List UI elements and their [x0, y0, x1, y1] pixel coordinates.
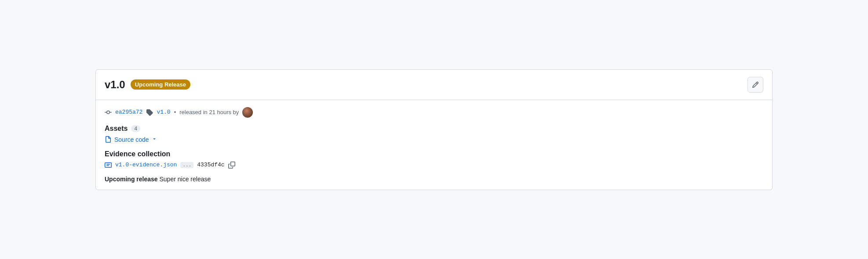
commit-row: ea295a72 v1.0 • released in 21 hours by: [105, 107, 763, 118]
evidence-filename-link[interactable]: v1.0-evidence.json: [115, 162, 177, 168]
evidence-section: Evidence collection v1.0-evidence.json .…: [105, 150, 763, 169]
released-text: released in 21 hours by: [179, 109, 239, 115]
upcoming-badge: Upcoming Release: [131, 79, 190, 90]
release-notes: Upcoming release Super nice release: [105, 176, 763, 183]
assets-label: Assets: [105, 125, 128, 133]
release-body: ea295a72 v1.0 • released in 21 hours by …: [96, 100, 772, 190]
release-header: v1.0 Upcoming Release: [96, 70, 772, 100]
source-code-file-icon: [105, 136, 112, 143]
chevron-down-icon: [152, 136, 157, 143]
avatar-image: [242, 107, 253, 118]
release-header-left: v1.0 Upcoming Release: [105, 79, 190, 91]
release-card: v1.0 Upcoming Release ea295a72: [95, 69, 773, 190]
avatar: [242, 107, 253, 118]
tag-icon: [146, 109, 153, 116]
assets-count-badge: 4: [131, 125, 140, 132]
pencil-icon: [752, 81, 759, 88]
evidence-row: v1.0-evidence.json ... 4335df4c: [105, 162, 763, 169]
evidence-hash: 4335df4c: [197, 162, 224, 168]
copy-icon[interactable]: [228, 162, 235, 169]
ellipsis-badge: ...: [180, 162, 193, 168]
edit-button[interactable]: [748, 77, 763, 93]
assets-title-row: Assets 4: [105, 125, 763, 133]
assets-section: Assets 4 Source code: [105, 125, 763, 143]
source-code-row: Source code: [105, 136, 763, 143]
tag-link[interactable]: v1.0: [157, 109, 170, 115]
dot-separator: •: [174, 109, 176, 115]
version-title: v1.0: [105, 79, 125, 91]
source-code-link[interactable]: Source code: [114, 136, 149, 143]
evidence-title: Evidence collection: [105, 150, 763, 158]
release-notes-text: Super nice release: [160, 176, 211, 183]
release-notes-label: Upcoming release: [105, 176, 158, 183]
evidence-file-icon: [105, 162, 112, 169]
commit-icon: [105, 109, 112, 116]
commit-hash-link[interactable]: ea295a72: [115, 109, 142, 115]
